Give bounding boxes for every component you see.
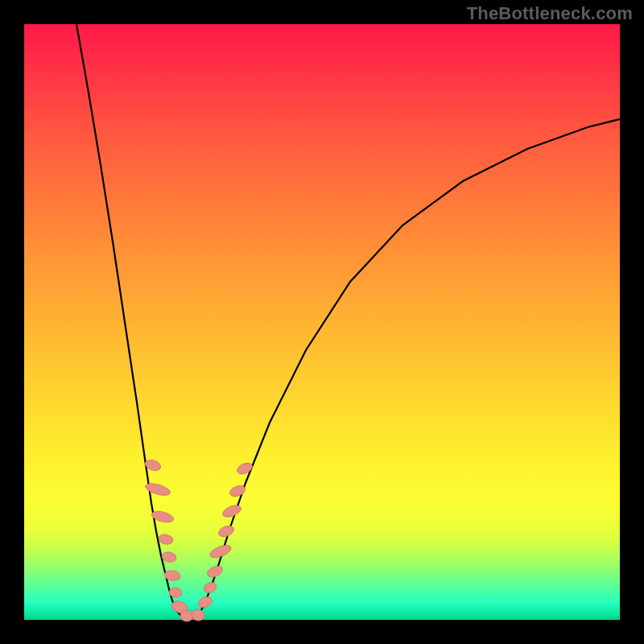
bead-12 bbox=[205, 564, 224, 579]
bead-1 bbox=[144, 481, 171, 497]
bead-15 bbox=[221, 503, 243, 519]
bead-3 bbox=[158, 533, 174, 545]
beads-group bbox=[144, 458, 254, 622]
plot-svg bbox=[24, 24, 620, 620]
bead-14 bbox=[217, 524, 235, 539]
watermark-text: TheBottleneck.com bbox=[467, 3, 633, 24]
plot-frame bbox=[24, 24, 620, 620]
bead-11 bbox=[202, 580, 217, 594]
bead-4 bbox=[161, 551, 177, 564]
bead-8 bbox=[180, 610, 193, 621]
right-curve bbox=[200, 119, 620, 613]
bead-9 bbox=[190, 608, 205, 622]
bead-10 bbox=[196, 595, 213, 609]
bead-17 bbox=[235, 460, 254, 476]
left-curve bbox=[76, 24, 179, 613]
